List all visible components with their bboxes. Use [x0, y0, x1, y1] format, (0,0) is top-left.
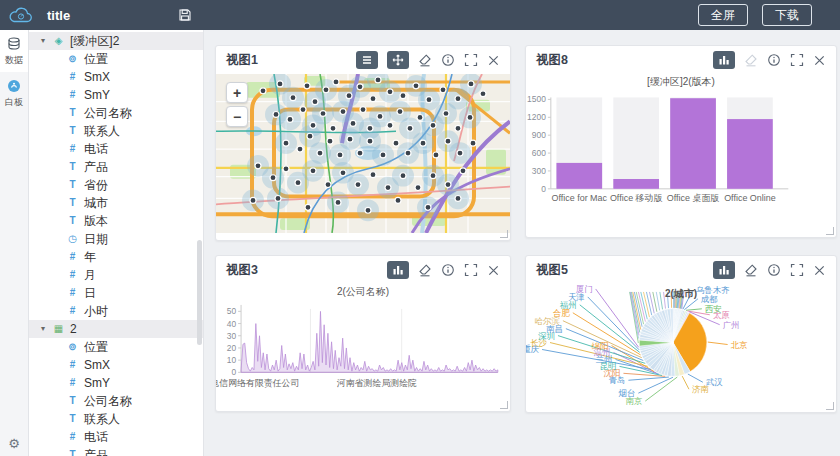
- dataset-label: 2: [70, 320, 77, 338]
- download-button[interactable]: 下载: [762, 4, 812, 26]
- str-field-icon: T: [65, 122, 80, 140]
- pie-chart-svg: 乌鲁木齐成都西安太原广州北京武汉济南南京烟台青岛沈阳昆明兰州温州绵阳重庆长沙深圳…: [526, 284, 836, 413]
- pie-chart-area: 乌鲁木齐成都西安太原广州北京武汉济南南京烟台青岛沈阳昆明兰州温州绵阳重庆长沙深圳…: [526, 284, 836, 412]
- eraser-button[interactable]: [744, 53, 758, 67]
- svg-text:30: 30: [227, 331, 237, 341]
- resize-handle[interactable]: [500, 401, 508, 409]
- info-button[interactable]: [767, 53, 781, 67]
- field-tree-panel: ▾◈[缓冲区]2⊚位置#SmX#SmYT公司名称T联系人#电话T产品T省份T城市…: [29, 30, 204, 456]
- eraser-icon: [418, 53, 432, 67]
- field-node[interactable]: T公司名称: [29, 392, 203, 410]
- field-node[interactable]: T产品: [29, 446, 203, 456]
- field-node[interactable]: T联系人: [29, 410, 203, 428]
- resize-handle[interactable]: [826, 227, 834, 235]
- field-node[interactable]: #日: [29, 284, 203, 302]
- field-node[interactable]: #电话: [29, 428, 203, 446]
- card-view5: 视图5乌鲁木齐成都西安太原广州北京武汉济南南京烟台青岛沈阳昆明兰州温州绵阳重庆长…: [525, 255, 837, 413]
- svg-text:10: 10: [227, 355, 237, 365]
- dataset-node[interactable]: ▾◈[缓冲区]2: [29, 32, 203, 50]
- field-node[interactable]: #SmX: [29, 356, 203, 374]
- expand-button[interactable]: [790, 53, 804, 67]
- field-label: 电话: [84, 428, 108, 446]
- card-title: 视图1: [226, 52, 258, 69]
- card-title: 视图3: [226, 262, 258, 279]
- bar-chart-svg: 030060090012001500Office for MacOffice 移…: [526, 89, 836, 238]
- svg-text:成都: 成都: [701, 294, 718, 304]
- field-node[interactable]: #SmY: [29, 374, 203, 392]
- info-button[interactable]: [767, 263, 781, 277]
- close-button[interactable]: [813, 264, 826, 277]
- field-node[interactable]: ⊚位置: [29, 50, 203, 68]
- svg-text:300: 300: [532, 166, 546, 176]
- svg-text:北京: 北京: [731, 340, 748, 350]
- save-button[interactable]: [178, 8, 192, 22]
- field-label: 小时: [84, 302, 108, 320]
- dataset-label: [缓冲区]2: [70, 32, 119, 50]
- field-label: 公司名称: [84, 104, 132, 122]
- svg-text:济南: 济南: [692, 384, 709, 394]
- collapse-arrow-icon[interactable]: ▾: [41, 32, 51, 50]
- eraser-button[interactable]: [418, 263, 432, 277]
- menu-button[interactable]: [356, 51, 378, 69]
- field-node[interactable]: ⊚位置: [29, 338, 203, 356]
- svg-text:太原: 太原: [713, 310, 730, 320]
- expand-button[interactable]: [790, 263, 804, 277]
- pan-icon: [392, 54, 404, 66]
- close-icon: [813, 54, 826, 67]
- fullscreen-button[interactable]: 全屏: [698, 4, 748, 26]
- resize-handle[interactable]: [500, 230, 508, 238]
- info-button[interactable]: [441, 53, 455, 67]
- collapse-arrow-icon[interactable]: ▾: [41, 320, 51, 338]
- resize-handle[interactable]: [826, 402, 834, 410]
- chart-button[interactable]: [713, 51, 735, 69]
- pan-button[interactable]: [387, 51, 409, 69]
- str-field-icon: T: [65, 176, 80, 194]
- num-field-icon: #: [65, 140, 80, 158]
- line-chart-svg: 01020304050电信网络有限责任公司河南省测绘局测绘院: [216, 299, 510, 413]
- tree-scrollbar-thumb[interactable]: [197, 240, 202, 345]
- field-label: 电话: [84, 140, 108, 158]
- field-label: 产品: [84, 158, 108, 176]
- close-button[interactable]: [813, 54, 826, 67]
- num-field-icon: #: [65, 68, 80, 86]
- map-canvas[interactable]: +−: [216, 74, 510, 233]
- map-zoom-in-button[interactable]: +: [226, 82, 248, 103]
- field-node[interactable]: T公司名称: [29, 104, 203, 122]
- close-button[interactable]: [487, 54, 500, 67]
- svg-text:Office Online: Office Online: [724, 193, 776, 203]
- field-node[interactable]: #SmX: [29, 68, 203, 86]
- chart-button[interactable]: [713, 261, 735, 279]
- field-node[interactable]: #SmY: [29, 86, 203, 104]
- svg-text:1500: 1500: [527, 94, 546, 104]
- close-button[interactable]: [487, 264, 500, 277]
- eraser-button[interactable]: [744, 263, 758, 277]
- field-label: 城市: [84, 194, 108, 212]
- settings-gear-icon[interactable]: ⚙: [0, 436, 28, 451]
- svg-text:600: 600: [532, 148, 546, 158]
- dataset-node[interactable]: ▾▦2: [29, 320, 203, 338]
- field-node[interactable]: #小时: [29, 302, 203, 320]
- info-button[interactable]: [441, 263, 455, 277]
- eraser-button[interactable]: [418, 53, 432, 67]
- svg-text:40: 40: [227, 319, 237, 329]
- expand-button[interactable]: [464, 53, 478, 67]
- str-field-icon: T: [65, 104, 80, 122]
- field-node[interactable]: #年: [29, 248, 203, 266]
- expand-button[interactable]: [464, 263, 478, 277]
- field-node[interactable]: T城市: [29, 194, 203, 212]
- field-node[interactable]: T省份: [29, 176, 203, 194]
- svg-text:Office for Mac: Office for Mac: [552, 193, 608, 203]
- field-node[interactable]: T联系人: [29, 122, 203, 140]
- map-zoom-out-button[interactable]: −: [226, 106, 248, 127]
- whiteboard-icon: [0, 79, 28, 94]
- svg-text:1200: 1200: [527, 112, 546, 122]
- field-node[interactable]: #月: [29, 266, 203, 284]
- rail-item-whiteboard[interactable]: 白板: [0, 72, 28, 114]
- field-node[interactable]: #电话: [29, 140, 203, 158]
- rail-item-data[interactable]: 数据: [0, 30, 28, 72]
- field-node[interactable]: ◷日期: [29, 230, 203, 248]
- chart-button[interactable]: [387, 261, 409, 279]
- field-node[interactable]: T版本: [29, 212, 203, 230]
- field-label: SmY: [84, 374, 110, 392]
- field-node[interactable]: T产品: [29, 158, 203, 176]
